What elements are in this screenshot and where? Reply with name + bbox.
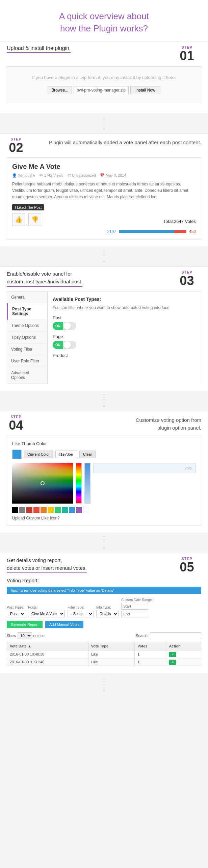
show-entries: Show 10 25 50 entries [7,632,45,639]
end-date-input[interactable] [121,611,148,617]
date-meta: 📅 May 8, 2014 [100,173,126,178]
sidebar-item-voting-filter[interactable]: Voting Filter [7,343,47,355]
post-toggle[interactable]: ON [53,322,76,330]
step05-desc: Get details voting report, delete votes … [7,557,87,573]
current-color-button[interactable]: Current Color [24,451,53,458]
generate-report-button[interactable]: Generate Report [7,621,43,628]
thumbs-down-button[interactable]: 👎 [28,213,41,226]
color-spectrum-bar[interactable] [76,463,82,504]
views-meta: 👁 1742 Views [39,173,63,178]
step01-number: STEP 01 [178,45,196,62]
upload-box: If you have a plugin in a .zip format, y… [7,66,201,103]
entries-select[interactable]: 10 25 50 [18,632,32,639]
swatch-red[interactable] [33,507,40,513]
vote-bar [119,230,186,233]
step01-title: Upload & install the plugin. [7,45,71,53]
search-label: Search: [136,634,149,638]
header-section: A quick overview about how the Plugin wo… [0,0,208,42]
color-picker-circle [41,481,45,485]
swatch-darkred[interactable] [26,507,32,513]
page-toggle[interactable]: ON [53,341,76,349]
swatch-teal[interactable] [62,507,68,513]
info-type-label: Info Type: [96,606,119,609]
post-types-filter: Post Types: Post [7,606,25,617]
step05-number: STEP 05 [178,557,196,573]
filter-type-label: Filter Type: [68,606,94,609]
col-votes[interactable]: Votes [135,642,166,650]
vote-total: Total:2647 Votes [41,219,196,224]
install-now-button[interactable]: Install Now [130,86,160,94]
search-box: Search: [136,632,201,639]
step03-number: STEP 03 [178,270,196,287]
step04-number: STEP 04 [7,415,25,432]
delete-badge-1[interactable]: × [169,652,176,657]
swatch-yellow[interactable] [48,507,54,513]
page-label: Page [53,334,196,339]
settings-panel: General Post Type Settings Theme Options… [7,291,201,384]
sidebar-item-theme-options[interactable]: Theme Options [7,320,47,332]
swatch-white[interactable] [83,507,89,513]
filter-row: Post Types: Post Posts: Give Me A Vote F… [7,598,201,617]
col-action[interactable]: Action [166,642,201,650]
arrow-1: ⋮↓ [0,113,208,133]
swatch-gray[interactable] [19,507,25,513]
voting-report-label: Voting Report: [7,578,201,583]
color-gradient-picker[interactable] [12,463,73,504]
color-hex-input[interactable]: #1e73be [55,451,77,458]
info-type-select[interactable]: Details [96,610,119,617]
file-name-display: bwl-pro-voting-manager.zip [74,86,129,94]
sidebar-item-advanced-options[interactable]: Advanced Options [7,367,47,384]
post-type-product-row: Product [53,353,196,358]
cell-type-2: Like [88,658,134,666]
swatch-black[interactable] [12,507,18,513]
tooltip-label: I Liked The Post [12,204,44,210]
sidebar-item-tipsy-options[interactable]: Tipsy Options [7,332,47,343]
tips-bar: Tips: To remove voting data select "Info… [7,587,201,594]
swatch-blue[interactable] [69,507,75,513]
delete-badge-2[interactable]: × [169,660,176,665]
sidebar-item-general[interactable]: General [7,291,47,303]
post-types-label: Post Types: [7,606,25,609]
table-row: 2016-01-30 10:48:38 Like 1 × [7,650,201,658]
step-04-section: STEP 04 Customize voting option from plu… [0,411,208,533]
vote-meta: 👤 Xenioushk 👁 1742 Views 🏷 Uncategorized… [12,173,196,178]
col-vote-type[interactable]: Vote Type [88,642,134,650]
cell-date-2: 2016-01-30 01:31:46 [7,658,88,666]
product-label: Product [53,353,196,358]
swatch-purple[interactable] [76,507,82,513]
color-alpha-bar[interactable] [84,463,90,504]
add-manual-votes-button[interactable]: Add Manual Votes [45,621,83,628]
upload-icon-label: Upload Custom Like Icon? [12,516,196,520]
cell-action-2: × [166,658,201,666]
browse-button[interactable]: Browse... [48,86,72,94]
color-result-box: vote. [93,463,196,473]
post-types-select[interactable]: Post [7,610,25,617]
vote-count-down: 450 [189,229,196,234]
search-input[interactable] [150,632,201,639]
vote-card-title: Give Me A Vote [12,163,196,171]
thumbs-up-button[interactable]: 👍 [12,213,25,226]
filter-type-group: Filter Type: - Select - [68,606,94,617]
filter-type-select[interactable]: - Select - [68,610,94,617]
swatch-green[interactable] [55,507,61,513]
table-row: 2016-01-30 01:31:46 Like 1 × [7,658,201,666]
step-05-section: Get details voting report, delete votes … [0,553,208,673]
color-swatches-row [12,507,196,513]
cell-date-1: 2016-01-30 10:48:38 [7,650,88,658]
posts-select[interactable]: Give Me A Vote [28,610,65,617]
settings-panel-hint: You can filter where you want to show au… [53,305,196,310]
col-vote-date[interactable]: Vote Date ▲ [7,642,88,650]
step-02-section: STEP 02 Plugin will automatically added … [0,133,208,247]
start-date-input[interactable] [121,603,148,610]
step-01-section: Upload & install the plugin. STEP 01 If … [0,42,208,113]
clear-color-button[interactable]: Clear [79,451,96,458]
color-swatch-current[interactable] [12,450,22,459]
color-picker-panel: Like Thumb Color Current Color #1e73be C… [7,436,201,526]
color-canvas-area: vote. [12,463,196,504]
swatch-orange[interactable] [41,507,47,513]
sidebar-item-user-role-filter[interactable]: User Role Filter [7,355,47,367]
color-picker-title: Like Thumb Color [12,441,196,446]
step03-desc: Enable/disable vote panel for custom pos… [7,270,82,287]
post-type-page-row: Page ON [53,334,196,349]
sidebar-item-post-type-settings[interactable]: Post Type Settings [7,303,47,320]
